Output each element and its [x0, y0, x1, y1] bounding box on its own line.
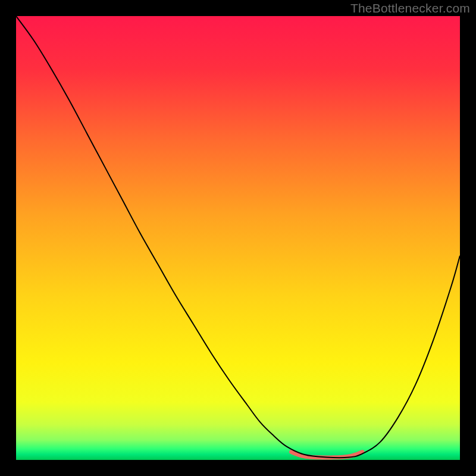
plot-area [16, 16, 460, 460]
chart-frame: TheBottlenecker.com [0, 0, 476, 476]
watermark-text: TheBottlenecker.com [350, 1, 470, 15]
bottleneck-curve-series [16, 16, 460, 458]
chart-curves [16, 16, 460, 460]
